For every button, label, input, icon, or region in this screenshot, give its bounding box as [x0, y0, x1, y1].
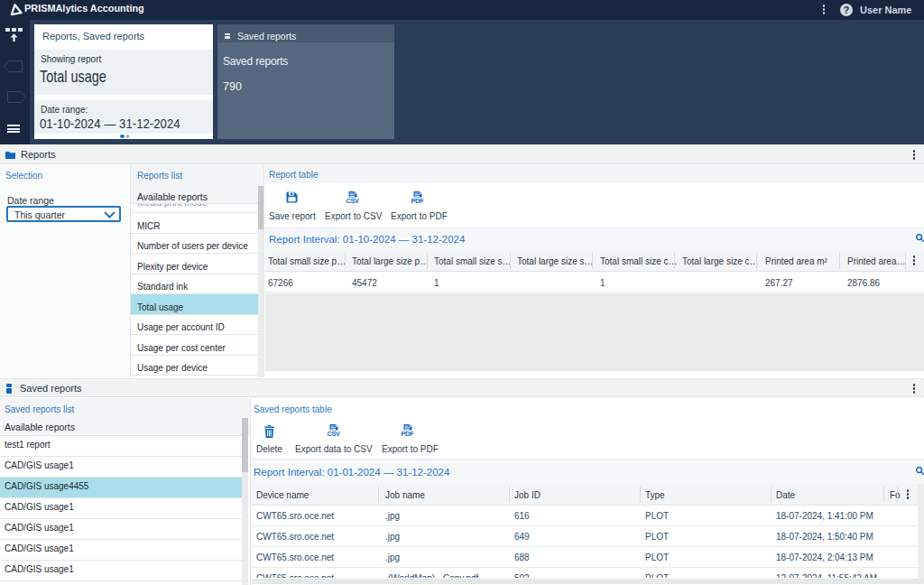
svg-text:CSV: CSV [328, 430, 340, 437]
svg-text:CSV: CSV [346, 197, 359, 204]
svg-text:PDF: PDF [411, 197, 424, 204]
svg-text:PDF: PDF [402, 430, 414, 437]
